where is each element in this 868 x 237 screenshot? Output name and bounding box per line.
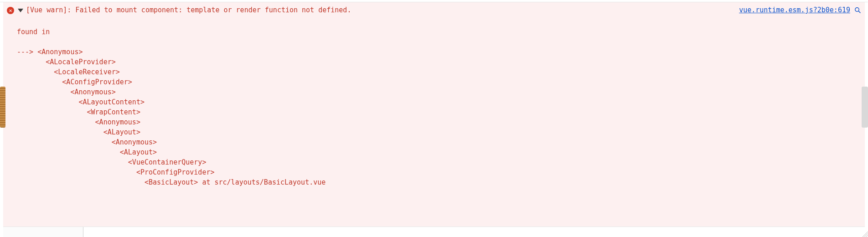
console-error-left: ✕ [Vue warn]: Failed to mount component:…: [4, 5, 351, 15]
error-icon: ✕: [7, 7, 14, 14]
console-bottom-bar: [3, 227, 865, 237]
console-error-block: ✕ [Vue warn]: Failed to mount component:…: [3, 2, 865, 237]
bottom-bar-left-cell: [3, 227, 83, 237]
resize-corner-icon[interactable]: [861, 230, 868, 237]
console-error-right: vue.runtime.esm.js?2b0e:619: [739, 5, 862, 14]
disclosure-triangle-icon[interactable]: [18, 9, 23, 12]
component-trace: found in ---> <Anonymous> <ALocaleProvid…: [3, 15, 865, 187]
svg-line-1: [858, 11, 860, 13]
devtools-console-panel: ✕ [Vue warn]: Failed to mount component:…: [0, 0, 868, 237]
error-message: [Vue warn]: Failed to mount component: t…: [26, 5, 351, 15]
vertical-scrollbar-thumb[interactable]: [862, 87, 868, 128]
console-error-header: ✕ [Vue warn]: Failed to mount component:…: [3, 2, 865, 15]
source-link[interactable]: vue.runtime.esm.js?2b0e:619: [739, 6, 850, 14]
left-scroll-stub[interactable]: [0, 87, 5, 128]
search-icon[interactable]: [854, 6, 861, 14]
